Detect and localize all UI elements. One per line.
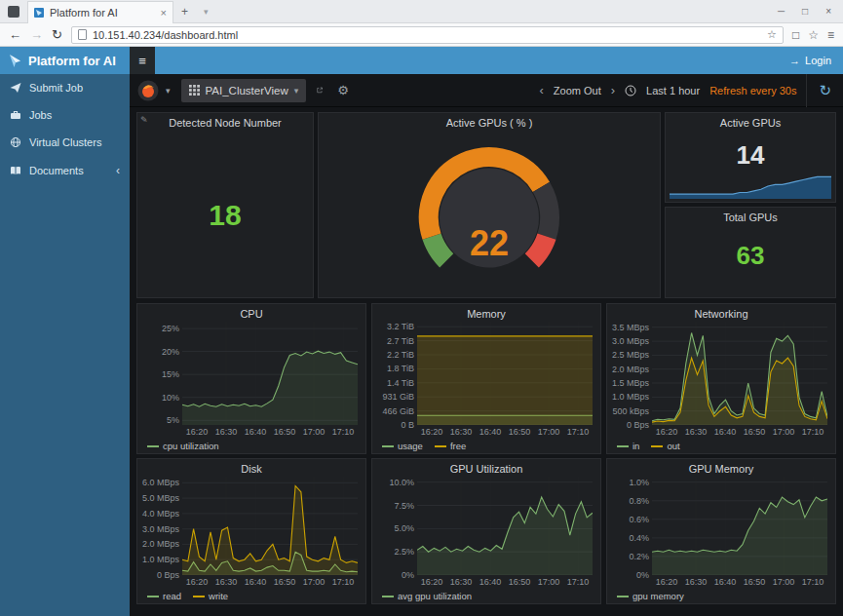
x-axis: 16:2016:3016:4016:5017:0017:10 — [417, 575, 593, 588]
legend-item[interactable]: free — [435, 441, 466, 451]
edit-icon[interactable]: ✎ — [140, 115, 148, 125]
y-tick-label: 1.0 MBps — [612, 392, 649, 402]
new-tab-button[interactable]: + — [173, 5, 196, 19]
panel-detected-node-number: ✎ Detected Node Number 18 — [136, 112, 314, 298]
y-tick-label: 6.0 MBps — [142, 478, 179, 487]
sidebar-item-label: Documents — [29, 165, 84, 176]
close-button[interactable]: × — [825, 6, 831, 17]
tab-close-icon[interactable]: × — [161, 7, 167, 19]
legend-item[interactable]: in — [617, 441, 639, 451]
panel-title[interactable]: Memory — [372, 304, 600, 320]
browser-tab[interactable]: Platform for AI × — [27, 1, 173, 23]
refresh-interval-button[interactable]: Refresh every 30s — [709, 85, 796, 96]
cpu-chart[interactable] — [182, 322, 358, 425]
legend-item[interactable]: gpu memory — [617, 591, 684, 601]
browser-addressbar: ← → ↻ 10.151.40.234/dashboard.html ☆ □ ☆… — [0, 23, 843, 47]
legend-item[interactable]: cpu utilization — [147, 441, 219, 451]
gpu-utilization-chart[interactable] — [417, 477, 593, 575]
minimize-button[interactable]: ─ — [778, 6, 785, 17]
y-tick-label: 0.2% — [629, 552, 649, 561]
y-axis: 3.2 TiB2.7 TiB2.2 TiB1.8 TiB1.4 TiB931 G… — [374, 322, 417, 425]
maximize-button[interactable]: □ — [802, 6, 808, 17]
x-tick-label: 16:50 — [744, 577, 766, 587]
favorite-star-icon[interactable]: ☆ — [767, 28, 777, 41]
back-icon[interactable]: ← — [9, 28, 21, 41]
disk-chart[interactable] — [182, 477, 358, 575]
grafana-content: ▾ PAI_ClusterView ▾ ⚙ ‹ Zoom Out › Last … — [130, 74, 843, 616]
y-tick-label: 1.4 TiB — [387, 378, 414, 388]
x-axis: 16:2016:3016:4016:5017:0017:10 — [182, 425, 358, 438]
logo-caret-icon[interactable]: ▾ — [166, 86, 171, 96]
time-range-button[interactable]: Last 1 hour — [646, 85, 700, 96]
refresh-icon[interactable]: ↻ — [52, 28, 62, 41]
y-tick-label: 20% — [162, 347, 179, 357]
legend-item[interactable]: read — [147, 591, 181, 601]
y-tick-label: 1.0% — [629, 478, 649, 487]
grafana-logo[interactable] — [137, 80, 159, 101]
book-icon — [10, 165, 21, 176]
x-tick-label: 16:40 — [479, 427, 502, 437]
dashboard-picker[interactable]: PAI_ClusterView ▾ — [181, 79, 307, 102]
share-icon[interactable] — [313, 84, 326, 96]
hamburger-menu-icon[interactable]: ≡ — [130, 47, 155, 74]
x-tick-label: 16:30 — [215, 577, 238, 587]
legend-item[interactable]: avg gpu utilization — [382, 591, 472, 601]
y-tick-label: 0.8% — [629, 496, 649, 506]
y-tick-label: 15% — [162, 369, 179, 379]
sidebar-item-submit-job[interactable]: Submit Job — [0, 74, 130, 101]
tab-title: Platform for AI — [50, 7, 155, 19]
panel-title[interactable]: Active GPUs — [666, 113, 835, 129]
y-axis: 6.0 MBps5.0 MBps4.0 MBps3.0 MBps2.0 MBps… — [139, 477, 182, 575]
sidebar-item-documents[interactable]: Documents ‹ — [0, 156, 130, 185]
x-tick-label: 17:00 — [773, 577, 795, 587]
sidebar-item-virtual-clusters[interactable]: Virtual Clusters — [0, 129, 130, 156]
x-tick-label: 16:30 — [685, 577, 708, 587]
gpu-memory-chart[interactable] — [652, 477, 827, 575]
url-bar[interactable]: 10.151.40.234/dashboard.html ☆ — [71, 26, 784, 44]
panel-networking: Networking 3.5 MBps3.0 MBps2.5 MBps2.0 M… — [606, 303, 836, 454]
panel-title[interactable]: GPU Utilization — [372, 459, 600, 475]
legend-item[interactable]: out — [651, 441, 679, 451]
login-button[interactable]: → Login — [789, 55, 843, 66]
app-title: Platform for AI — [28, 54, 116, 68]
y-tick-label: 931 GiB — [382, 392, 414, 402]
panel-title[interactable]: CPU — [137, 304, 365, 320]
panel-title[interactable]: Total GPUs — [666, 208, 835, 223]
y-tick-label: 0% — [636, 570, 649, 580]
panel-title[interactable]: Disk — [137, 459, 365, 475]
x-tick-label: 16:50 — [744, 427, 766, 437]
x-tick-label: 16:40 — [245, 577, 267, 587]
window-menu-icon[interactable] — [8, 6, 19, 18]
legend-item[interactable]: write — [193, 591, 228, 601]
pan-left-icon[interactable]: ‹ — [540, 83, 544, 97]
y-tick-label: 1.5 MBps — [612, 378, 649, 388]
legend-item[interactable]: usage — [382, 441, 423, 451]
sidebar-item-jobs[interactable]: Jobs — [0, 101, 130, 129]
panel-cpu: CPU 25%20%15%10%5% 16:2016:3016:4016:501… — [136, 303, 366, 454]
login-icon: → — [789, 55, 800, 66]
zoom-out-button[interactable]: Zoom Out — [554, 85, 601, 96]
gear-icon[interactable]: ⚙ — [333, 83, 353, 97]
more-icon[interactable]: ≡ — [827, 28, 834, 42]
hub-star-icon[interactable]: ☆ — [808, 28, 819, 42]
memory-chart[interactable] — [417, 322, 593, 425]
y-tick-label: 2.2 TiB — [387, 350, 414, 360]
url-text[interactable]: 10.151.40.234/dashboard.html — [93, 29, 238, 41]
panel-title[interactable]: Detected Node Number — [137, 113, 313, 129]
panel-title[interactable]: GPU Memory — [607, 459, 835, 475]
panel-title[interactable]: Networking — [607, 304, 835, 320]
gauge — [319, 131, 660, 297]
reading-view-icon[interactable]: □ — [792, 28, 799, 42]
networking-chart[interactable] — [652, 322, 827, 425]
pan-right-icon[interactable]: › — [611, 83, 615, 97]
dashboard-refresh-icon[interactable]: ↻ — [806, 74, 835, 107]
y-tick-label: 3.2 TiB — [387, 322, 414, 331]
y-tick-label: 3.0 MBps — [142, 524, 179, 534]
panel-title[interactable]: Active GPUs ( % ) — [319, 113, 660, 129]
y-tick-label: 2.7 TiB — [387, 336, 414, 346]
y-tick-label: 2.0 MBps — [142, 539, 179, 549]
y-tick-label: 5% — [167, 415, 179, 425]
y-tick-label: 7.5% — [394, 501, 414, 511]
page-icon — [78, 29, 87, 40]
tab-list-chevron-icon[interactable]: ▾ — [196, 7, 216, 17]
